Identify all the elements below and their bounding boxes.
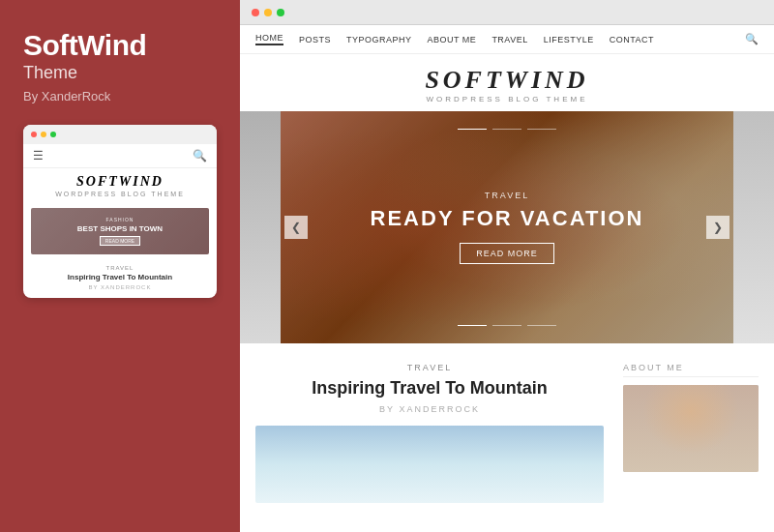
hero-title: READY FOR VACATION xyxy=(371,206,644,231)
hero-lines-bottom xyxy=(281,325,733,326)
mini-fashion-title: BEST SHOPS IN TOWN xyxy=(77,224,163,234)
nav-typography[interactable]: TYPOGRAPHY xyxy=(346,35,412,44)
site-logo-text: SOFTWIND xyxy=(240,66,774,95)
browser-chrome xyxy=(240,0,774,25)
hero-lines-top xyxy=(281,129,733,130)
hero-line xyxy=(527,129,556,130)
search-icon[interactable]: 🔍 xyxy=(745,33,759,45)
nav-lifestyle[interactable]: LIFESTYLE xyxy=(544,35,594,44)
nav-travel[interactable]: TRAVEL xyxy=(491,35,527,44)
site-nav: HOME POSTS TYPOGRAPHY ABOUT ME TRAVEL LI… xyxy=(240,25,774,54)
brand-title: SoftWind xyxy=(23,29,217,61)
sidebar-face-bg xyxy=(623,385,759,472)
mini-dot-yellow xyxy=(41,132,46,137)
left-panel: SoftWind Theme By XanderRock ☰ 🔍 SOFTWIN… xyxy=(0,0,240,532)
brand-subtitle: Theme xyxy=(23,63,217,83)
hero-overlay: TRAVEL READY FOR VACATION READ MORE xyxy=(281,111,733,343)
mini-travel-tag: TRAVEL xyxy=(33,265,207,271)
nav-home[interactable]: HOME xyxy=(255,33,283,45)
sidebar-about-label: ABOUT ME xyxy=(623,363,759,377)
hero-line xyxy=(458,129,487,130)
hero-background: TRAVEL READY FOR VACATION READ MORE xyxy=(281,111,733,343)
hero-right-strip xyxy=(733,111,774,343)
nav-contact[interactable]: CONTACT xyxy=(610,35,654,44)
mini-preview-window: ☰ 🔍 SOFTWIND WORDPRESS BLOG THEME FASHIO… xyxy=(23,125,217,298)
brand-author: By XanderRock xyxy=(23,89,217,103)
site-logo-area: SOFTWIND WORDPRESS BLOG THEME xyxy=(240,54,774,111)
browser-dot-green xyxy=(277,9,284,16)
mini-search-icon: 🔍 xyxy=(193,149,207,163)
mini-site-tagline: WORDPRESS BLOG THEME xyxy=(23,191,217,202)
browser-dot-yellow xyxy=(264,9,272,16)
mini-travel-by: BY XANDERROCK xyxy=(33,284,207,290)
hero-line xyxy=(527,325,556,326)
mini-travel-post: TRAVEL Inspiring Travel To Mountain BY X… xyxy=(23,260,217,298)
slider-next-button[interactable]: ❯ xyxy=(706,216,729,239)
sidebar-about-photo xyxy=(623,385,759,472)
sidebar-area: ABOUT ME xyxy=(623,363,759,503)
mini-fashion-btn: READ MORE xyxy=(100,236,140,246)
nav-posts[interactable]: POSTS xyxy=(299,35,331,44)
hero-category-tag: TRAVEL xyxy=(485,191,529,200)
slider-prev-button[interactable]: ❮ xyxy=(284,216,308,239)
nav-about[interactable]: ABOUT ME xyxy=(428,35,477,44)
hero-line xyxy=(458,325,487,326)
lower-section: TRAVEL Inspiring Travel To Mountain BY X… xyxy=(240,343,774,522)
mini-titlebar xyxy=(23,125,217,144)
mini-fashion-card: FASHION BEST SHOPS IN TOWN READ MORE xyxy=(31,208,209,254)
mini-dot-green xyxy=(50,132,56,137)
mini-nav: ☰ 🔍 xyxy=(23,144,217,168)
hero-slider: TRAVEL READY FOR VACATION READ MORE ❮ ❯ xyxy=(240,111,774,343)
post-title: Inspiring Travel To Mountain xyxy=(255,378,604,399)
browser-dot-red xyxy=(252,9,259,16)
hero-line xyxy=(492,325,521,326)
hero-read-more-button[interactable]: READ MORE xyxy=(460,243,554,264)
mini-fashion-overlay: FASHION BEST SHOPS IN TOWN READ MORE xyxy=(31,208,209,254)
hero-line xyxy=(492,129,521,130)
mini-site-logo: SOFTWIND xyxy=(23,168,217,191)
mini-travel-title: Inspiring Travel To Mountain xyxy=(33,273,207,282)
post-author: BY XANDERROCK xyxy=(255,404,604,414)
blog-post-area: TRAVEL Inspiring Travel To Mountain BY X… xyxy=(255,363,604,503)
mini-hamburger-icon: ☰ xyxy=(33,149,44,163)
hero-main-image: TRAVEL READY FOR VACATION READ MORE xyxy=(281,111,733,343)
right-panel: HOME POSTS TYPOGRAPHY ABOUT ME TRAVEL LI… xyxy=(240,0,774,532)
post-thumbnail xyxy=(255,426,604,503)
site-logo-tagline: WORDPRESS BLOG THEME xyxy=(240,95,774,103)
mini-fashion-tag: FASHION xyxy=(106,217,134,222)
website-content: HOME POSTS TYPOGRAPHY ABOUT ME TRAVEL LI… xyxy=(240,25,774,532)
mini-dot-red xyxy=(31,132,37,137)
hero-left-strip xyxy=(240,111,281,343)
post-category-tag: TRAVEL xyxy=(255,363,604,372)
